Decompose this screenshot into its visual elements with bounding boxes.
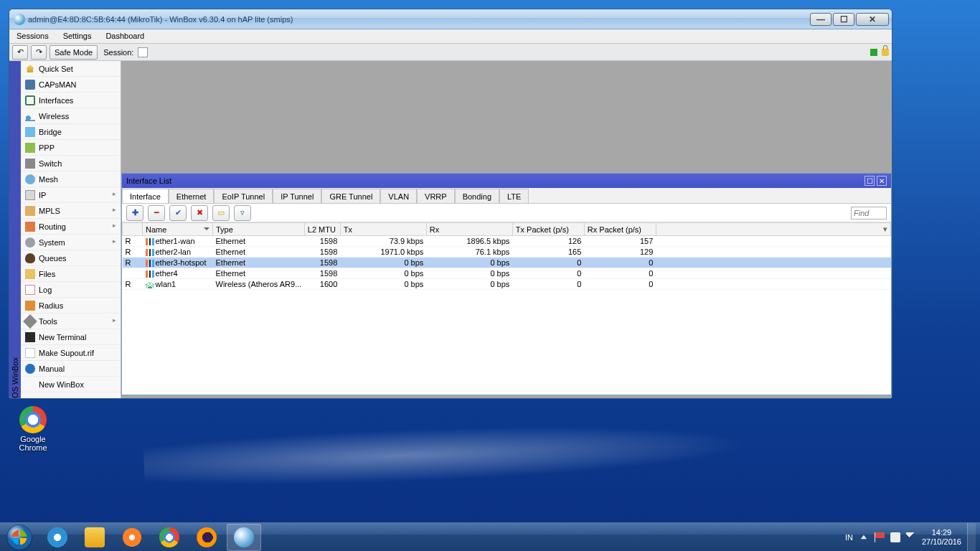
remove-button[interactable]: ━ [148, 205, 165, 221]
menu-settings[interactable]: Settings [56, 29, 99, 43]
minus-icon: ━ [154, 208, 159, 217]
tab-bonding[interactable]: Bonding [455, 189, 499, 203]
sidebar-item-log[interactable]: Log [21, 282, 121, 298]
menu-sessions[interactable]: Sessions [9, 29, 56, 43]
safe-mode-button[interactable]: Safe Mode [50, 45, 98, 60]
table-row[interactable]: R ether2-lan Ethernet 1598 1971.0 kbps 7… [123, 247, 891, 258]
table-row[interactable]: ether4 Ethernet 1598 0 bps 0 bps 0 0 [123, 268, 891, 279]
cell-mtu: 1600 [304, 279, 340, 290]
sidebar-item-icon [25, 269, 35, 279]
table-row[interactable]: R wlan1 Wireless (Atheros AR9... 1600 0 … [123, 279, 891, 290]
sidebar-item-queues[interactable]: Queues [21, 250, 121, 266]
sidebar-item-switch[interactable]: Switch [21, 156, 121, 171]
taskbar-pin-winbox[interactable] [227, 524, 261, 551]
maximize-button[interactable]: ☐ [833, 13, 854, 26]
titlebar[interactable]: admin@E4:8D:8C:5B:64:44 (MikroTik) - Win… [9, 9, 892, 29]
undo-button[interactable]: ↶ [12, 45, 28, 60]
windows-orb-icon [7, 525, 32, 550]
cell-tx: 0 bps [340, 268, 426, 279]
comment-button[interactable]: ▭ [212, 205, 230, 221]
minimize-button[interactable]: — [810, 13, 831, 26]
redo-button[interactable]: ↷ [31, 45, 47, 60]
enable-button[interactable]: ✔ [169, 205, 187, 221]
sidebar-item-quick-set[interactable]: Quick Set [21, 61, 121, 77]
table-row[interactable]: R ether1-wan Ethernet 1598 73.9 kbps 189… [123, 236, 891, 247]
table-row[interactable]: R ether3-hotspot Ethernet 1598 0 bps 0 b… [123, 258, 891, 268]
taskbar-pin-explorer[interactable] [77, 524, 112, 551]
cell-type: Wireless (Atheros AR9... [213, 279, 305, 290]
column-header[interactable]: Rx [426, 223, 512, 236]
wmp-icon [122, 527, 142, 547]
filter-button[interactable]: ▿ [234, 205, 251, 221]
submenu-chevron-icon: ▸ [113, 206, 116, 213]
undo-icon: ↶ [17, 47, 24, 57]
column-header[interactable] [123, 223, 143, 236]
cell-tx: 0 bps [340, 279, 426, 290]
tray-show-hidden-icon[interactable] [859, 532, 869, 542]
taskbar-pin-chrome[interactable] [152, 524, 187, 551]
column-header[interactable]: Rx Packet (p/s) [584, 223, 656, 236]
session-indicator[interactable] [138, 47, 148, 57]
sidebar-item-new-winbox[interactable]: New WinBox [21, 377, 121, 392]
column-header[interactable]: Type [213, 223, 305, 236]
cell-txp: 0 [512, 268, 584, 279]
sidebar-item-new-terminal[interactable]: New Terminal [21, 329, 121, 345]
sidebar-item-system[interactable]: System ▸ [21, 235, 121, 250]
tab-eoip-tunnel[interactable]: EoIP Tunnel [214, 189, 273, 203]
cell-rx: 0 bps [426, 268, 512, 279]
cell-txp: 0 [512, 258, 584, 268]
tab-ethernet[interactable]: Ethernet [169, 189, 215, 203]
show-desktop-button[interactable] [967, 523, 976, 552]
sidebar-item-radius[interactable]: Radius [21, 298, 121, 314]
sidebar-item-bridge[interactable]: Bridge [21, 124, 121, 140]
sidebar-item-tools[interactable]: Tools ▸ [21, 314, 121, 329]
tray-power-icon[interactable] [890, 532, 900, 542]
sidebar-item-routing[interactable]: Routing ▸ [21, 219, 121, 235]
add-button[interactable]: ✚ [126, 205, 143, 221]
tab-gre-tunnel[interactable]: GRE Tunnel [321, 189, 380, 203]
tab-ip-tunnel[interactable]: IP Tunnel [273, 189, 321, 203]
column-header[interactable]: Name [143, 223, 213, 236]
inner-maximize-icon[interactable]: ☐ [864, 176, 875, 186]
sidebar-item-mesh[interactable]: Mesh [21, 171, 121, 187]
find-input[interactable] [851, 207, 887, 220]
winbox-window: admin@E4:8D:8C:5B:64:44 (MikroTik) - Win… [9, 9, 892, 399]
sidebar-item-icon [25, 127, 35, 137]
sidebar-item-mpls[interactable]: MPLS ▸ [21, 203, 121, 219]
tray-clock[interactable]: 14:29 27/10/2016 [922, 528, 961, 547]
sidebar-item-label: System [39, 238, 65, 247]
sidebar-item-capsman[interactable]: CAPsMAN [21, 77, 121, 93]
sidebar-item-interfaces[interactable]: Interfaces [21, 93, 121, 108]
taskbar-pin-ie[interactable] [40, 524, 75, 551]
sidebar-item-make-supout-rif[interactable]: Make Supout.rif [21, 345, 121, 361]
taskbar-pin-firefox[interactable] [189, 524, 224, 551]
column-header[interactable]: Tx Packet (p/s) [512, 223, 584, 236]
sidebar-item-files[interactable]: Files [21, 266, 121, 282]
interface-grid[interactable]: NameTypeL2 MTUTxRxTx Packet (p/s)Rx Pack… [122, 222, 891, 395]
tab-vrrp[interactable]: VRRP [417, 189, 455, 203]
sidebar-item-label: CAPsMAN [39, 80, 77, 89]
inner-close-icon[interactable]: ✕ [877, 176, 887, 186]
column-header[interactable]: Tx [340, 223, 426, 236]
disable-button[interactable]: ✖ [191, 205, 208, 221]
app-icon [14, 14, 25, 25]
tab-lte[interactable]: LTE [499, 189, 529, 203]
chrome-icon [159, 527, 179, 547]
desktop-icon-chrome[interactable]: Google Chrome [10, 406, 56, 452]
start-button[interactable] [0, 523, 39, 552]
column-header[interactable]: L2 MTU [304, 223, 340, 236]
sidebar-item-manual[interactable]: Manual [21, 361, 121, 377]
tray-sound-icon[interactable] [906, 532, 916, 542]
tray-action-center-icon[interactable] [875, 532, 885, 542]
tray-lang[interactable]: IN [845, 533, 853, 542]
sidebar-item-ip[interactable]: IP ▸ [21, 187, 121, 203]
taskbar-pin-wmp[interactable] [115, 524, 149, 551]
sidebar-item-wireless[interactable]: Wireless [21, 108, 121, 124]
tab-vlan[interactable]: VLAN [380, 189, 417, 203]
tab-interface[interactable]: Interface [122, 189, 169, 203]
sidebar-item-ppp[interactable]: PPP [21, 140, 121, 156]
menu-dashboard[interactable]: Dashboard [98, 29, 151, 43]
close-button[interactable]: ✕ [856, 13, 889, 26]
cell-rxp: 0 [584, 279, 656, 290]
inner-titlebar[interactable]: Interface List ☐ ✕ [122, 174, 891, 188]
